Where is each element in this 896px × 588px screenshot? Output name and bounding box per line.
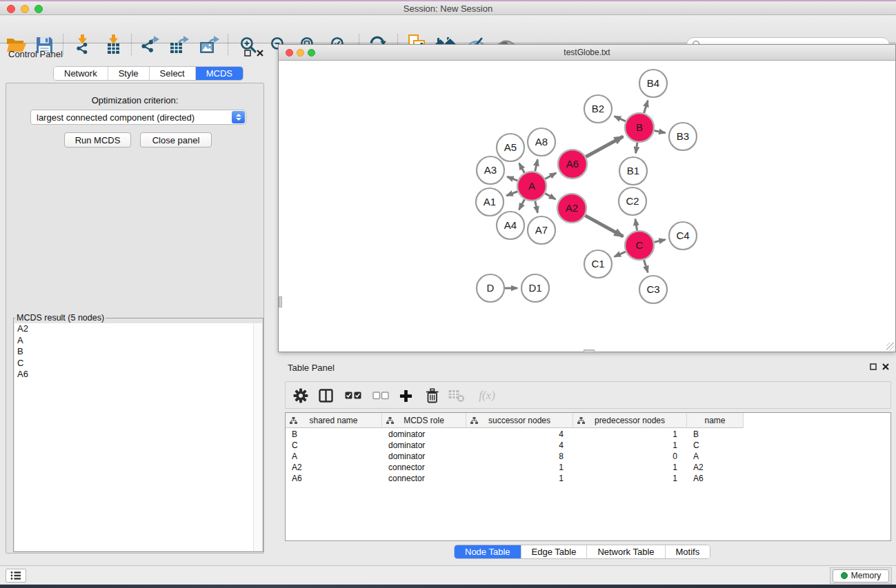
edge-A-A5[interactable] xyxy=(519,163,525,173)
cell-predecessor-nodes[interactable]: 1 xyxy=(573,440,687,451)
table-row[interactable]: Bdominator41B xyxy=(286,429,890,440)
column-header-shared-name[interactable]: shared name xyxy=(286,413,382,428)
graph-node-C2[interactable]: C2 xyxy=(619,187,646,215)
edge-A6-B[interactable] xyxy=(586,136,623,157)
left-splitter-grip[interactable] xyxy=(279,296,282,307)
edge-A2-C[interactable] xyxy=(585,216,623,236)
graph-node-A1[interactable]: A1 xyxy=(476,188,504,216)
tab-select[interactable]: Select xyxy=(150,67,196,80)
edge-A-A8[interactable] xyxy=(535,159,538,171)
close-panel-icon[interactable] xyxy=(257,50,263,57)
cell-mcds-role[interactable]: connector xyxy=(382,473,466,484)
cell-predecessor-nodes[interactable]: 1 xyxy=(573,462,687,473)
graph-node-D[interactable]: D xyxy=(477,274,504,302)
graph-node-A5[interactable]: A5 xyxy=(497,134,524,161)
delete-table-icon[interactable] xyxy=(447,387,466,404)
tab-mcds[interactable]: MCDS xyxy=(196,67,243,80)
table-row[interactable]: A2connector11A2 xyxy=(286,462,890,473)
cell-mcds-role[interactable]: dominator xyxy=(382,440,466,451)
cell-successor-nodes[interactable]: 1 xyxy=(466,473,573,484)
result-item[interactable]: A2 xyxy=(14,323,262,335)
edge-C-C2[interactable] xyxy=(635,219,637,231)
edge-A-A2[interactable] xyxy=(545,194,555,199)
graph-node-A2[interactable]: A2 xyxy=(557,194,586,223)
tab-node-table[interactable]: Node Table xyxy=(455,545,521,558)
cell-name[interactable]: A xyxy=(687,451,744,462)
float-panel-icon[interactable] xyxy=(870,363,877,370)
edge-A-A7[interactable] xyxy=(535,201,538,212)
cell-predecessor-nodes[interactable]: 1 xyxy=(573,429,687,440)
cell-successor-nodes[interactable]: 4 xyxy=(466,429,573,440)
edge-A-A1[interactable] xyxy=(506,192,517,196)
cell-successor-nodes[interactable]: 1 xyxy=(466,462,573,473)
cell-mcds-role[interactable]: dominator xyxy=(382,451,466,462)
edge-B-B2[interactable] xyxy=(615,116,626,121)
graph-node-B[interactable]: B xyxy=(625,113,654,142)
result-item[interactable]: A6 xyxy=(14,369,262,381)
tab-edge-table[interactable]: Edge Table xyxy=(521,545,588,558)
table-row[interactable]: A6connector11A6 xyxy=(286,473,890,484)
memory-button[interactable]: Memory xyxy=(833,569,889,582)
cell-shared-name[interactable]: A xyxy=(286,451,382,462)
edge-B-B1[interactable] xyxy=(636,143,637,153)
window-resize-corner[interactable] xyxy=(886,343,895,351)
table-row[interactable]: Adominator80A xyxy=(286,451,890,462)
deselect-all-icon[interactable] xyxy=(371,387,390,404)
table-row[interactable]: Cdominator41C xyxy=(286,440,890,451)
edge-B-B4[interactable] xyxy=(644,101,648,113)
graph-node-B1[interactable]: B1 xyxy=(619,157,647,185)
criterion-dropdown[interactable]: largest connected component (directed) xyxy=(30,110,246,125)
cell-mcds-role[interactable]: connector xyxy=(382,462,466,473)
bottom-splitter-grip[interactable] xyxy=(584,349,595,353)
run-mcds-button[interactable]: Run MCDS xyxy=(64,132,131,148)
column-header-name[interactable]: name xyxy=(687,413,744,428)
graph-node-C3[interactable]: C3 xyxy=(639,276,667,303)
cell-name[interactable]: A6 xyxy=(687,473,744,484)
cell-successor-nodes[interactable]: 8 xyxy=(466,451,573,462)
column-header-successor-nodes[interactable]: successor nodes xyxy=(466,413,573,428)
graph-node-B3[interactable]: B3 xyxy=(669,123,697,150)
result-list-scrollbar[interactable] xyxy=(253,323,262,551)
edge-C-C1[interactable] xyxy=(615,252,626,256)
show-columns-icon[interactable] xyxy=(316,387,335,404)
cell-shared-name[interactable]: A2 xyxy=(286,462,382,473)
function-builder-icon[interactable]: f(x) xyxy=(473,387,501,404)
close-panel-button[interactable]: Close panel xyxy=(140,132,212,148)
graph-node-A6[interactable]: A6 xyxy=(558,150,587,179)
column-header-predecessor-nodes[interactable]: predecessor nodes xyxy=(573,413,687,428)
close-panel-icon[interactable] xyxy=(882,363,889,370)
edge-C-C4[interactable] xyxy=(654,240,665,243)
graph-node-C4[interactable]: C4 xyxy=(669,222,697,250)
cell-shared-name[interactable]: B xyxy=(286,429,382,440)
cell-mcds-role[interactable]: dominator xyxy=(382,429,466,440)
cell-predecessor-nodes[interactable]: 1 xyxy=(573,473,687,484)
tab-style[interactable]: Style xyxy=(108,67,150,80)
mcds-result-list[interactable]: A2ABCA6 xyxy=(14,323,262,551)
graph-node-D1[interactable]: D1 xyxy=(521,274,549,302)
result-item[interactable]: A xyxy=(14,335,262,347)
graph-node-B2[interactable]: B2 xyxy=(584,95,612,123)
edge-A-A4[interactable] xyxy=(519,199,524,210)
edge-A-A6[interactable] xyxy=(545,173,556,179)
settings-gear-icon[interactable] xyxy=(291,387,310,404)
graph-node-A3[interactable]: A3 xyxy=(477,156,504,184)
cell-shared-name[interactable]: C xyxy=(286,440,382,451)
cell-name[interactable]: B xyxy=(687,429,744,440)
graph-node-B4[interactable]: B4 xyxy=(639,70,667,97)
edge-C-C3[interactable] xyxy=(644,260,648,272)
edge-B-B3[interactable] xyxy=(655,130,666,132)
column-header-mcds-role[interactable]: MCDS role xyxy=(382,413,466,428)
cell-name[interactable]: C xyxy=(687,440,744,451)
tab-motifs[interactable]: Motifs xyxy=(666,545,710,558)
graph-node-C[interactable]: C xyxy=(625,231,654,260)
add-column-icon[interactable] xyxy=(396,387,415,404)
graph-node-C1[interactable]: C1 xyxy=(584,250,612,278)
edge-A-A3[interactable] xyxy=(507,176,517,181)
cell-successor-nodes[interactable]: 4 xyxy=(466,440,573,451)
cell-predecessor-nodes[interactable]: 0 xyxy=(573,451,687,462)
result-item[interactable]: B xyxy=(14,346,262,358)
result-item[interactable]: C xyxy=(14,358,262,369)
network-graph[interactable]: B4B2BB3A5A8A6A3B1AA1C2A2A4A7C4CC1C3DD1 xyxy=(279,61,895,352)
graph-node-A4[interactable]: A4 xyxy=(497,212,524,239)
node-table[interactable]: shared nameMCDS rolesuccessor nodesprede… xyxy=(285,412,891,541)
